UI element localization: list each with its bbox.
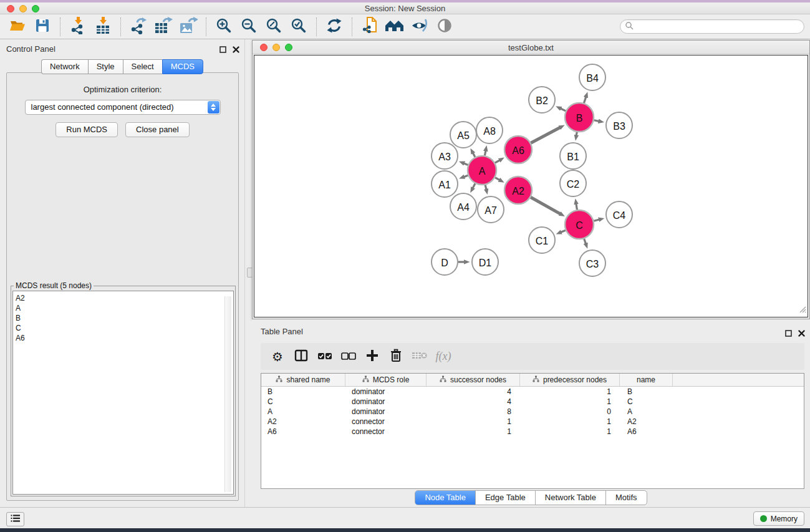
cell-name[interactable]: A (620, 407, 673, 417)
zoom-in-button[interactable] (211, 17, 236, 36)
cell-name[interactable]: B (620, 387, 673, 397)
graph-edge-A-A3[interactable] (463, 163, 468, 165)
run-mcds-button[interactable]: Run MCDS (55, 122, 118, 137)
tab-network-table[interactable]: Network Table (536, 491, 606, 505)
tab-style[interactable]: Style (88, 59, 123, 74)
cell-name[interactable]: C (620, 397, 673, 407)
graph-edge-A-A7[interactable] (485, 185, 486, 190)
cell-predecessor-nodes[interactable]: 1 (520, 387, 620, 397)
graph-edge-B-B3[interactable] (594, 120, 600, 122)
table-settings-button[interactable]: ⚙ (266, 346, 289, 367)
graph-node-A8[interactable]: A8 (476, 117, 503, 143)
graph-edge-C-C4[interactable] (594, 220, 600, 221)
cell-mcds-role[interactable]: connector (345, 417, 427, 427)
cell-name[interactable]: A2 (620, 417, 673, 427)
search-box[interactable] (620, 19, 804, 34)
cell-mcds-role[interactable]: dominator (345, 387, 427, 397)
select-all-button[interactable] (313, 346, 337, 367)
save-button[interactable] (30, 17, 55, 36)
column-header-mcds-role[interactable]: MCDS role (345, 374, 427, 386)
table-row[interactable]: C dominator 4 1 C (261, 397, 804, 407)
mcds-result-item[interactable]: A2 (16, 293, 233, 303)
cell-predecessor-nodes[interactable]: 1 (520, 417, 620, 427)
cell-mcds-role[interactable]: dominator (345, 397, 427, 407)
mcds-result-item[interactable]: A (16, 303, 233, 313)
graph-node-A7[interactable]: A7 (478, 196, 504, 223)
graph-node-C3[interactable]: C3 (579, 250, 605, 276)
cell-successor-nodes[interactable]: 4 (427, 397, 520, 407)
cell-name[interactable]: A6 (620, 427, 673, 437)
graph-edge-A-A4[interactable] (473, 183, 475, 188)
cell-predecessor-nodes[interactable]: 0 (520, 407, 620, 417)
export-table-button[interactable] (151, 17, 176, 36)
graph-edge-A-A1[interactable] (463, 175, 468, 177)
graph-edge-A-A5[interactable] (473, 152, 475, 157)
mcds-result-item[interactable]: B (16, 313, 233, 323)
column-header-name[interactable]: name (620, 374, 673, 386)
mcds-result-item[interactable]: C (16, 323, 233, 333)
table-row[interactable]: B dominator 4 1 B (261, 387, 804, 397)
table-row[interactable]: A6 connector 1 1 A6 (261, 427, 804, 437)
graph-node-B4[interactable]: B4 (579, 64, 605, 90)
graph-edge-B-B4[interactable] (584, 96, 586, 103)
graph-node-D1[interactable]: D1 (472, 249, 498, 275)
import-table-button[interactable] (90, 17, 115, 36)
graph-node-A4[interactable]: A4 (450, 193, 476, 220)
float-panel-icon[interactable] (219, 44, 226, 56)
network-canvas[interactable]: B4B2BB3A5A8A6B1A3AA1A2C2A4A7C4CC1DD1C3 (254, 55, 808, 317)
close-panel-button[interactable]: Close panel (125, 122, 190, 137)
cell-successor-nodes[interactable]: 4 (427, 387, 520, 397)
cell-successor-nodes[interactable]: 1 (427, 417, 520, 427)
task-history-button[interactable] (6, 512, 24, 526)
zoom-fit-button[interactable] (261, 17, 286, 36)
mcds-result-item[interactable]: A6 (16, 333, 233, 343)
tab-select[interactable]: Select (123, 59, 162, 74)
network-from-selection-button[interactable] (357, 17, 382, 36)
network-window-titlebar[interactable]: testGlobe.txt (253, 41, 809, 54)
tab-network[interactable]: Network (41, 59, 88, 74)
graph-edge-C-C2[interactable] (576, 203, 577, 210)
graph-edge-A-A6[interactable] (495, 160, 500, 163)
mcds-result-list[interactable]: A2 A B C A6 (12, 291, 234, 495)
graph-edge-A6-B[interactable] (531, 127, 561, 143)
tab-motifs[interactable]: Motifs (606, 491, 647, 505)
export-network-button[interactable] (126, 17, 151, 36)
cell-successor-nodes[interactable]: 8 (427, 407, 520, 417)
close-panel-icon[interactable] (233, 44, 239, 56)
cell-mcds-role[interactable]: connector (345, 427, 427, 437)
graph-node-B[interactable]: B (565, 103, 594, 132)
open-button[interactable] (5, 17, 30, 36)
graph-edge-B-B2[interactable] (560, 109, 566, 111)
graph-node-A[interactable]: A (468, 156, 496, 185)
graph-node-A3[interactable]: A3 (432, 143, 458, 169)
resize-grip-icon[interactable] (798, 304, 806, 316)
graph-edge-A-A2[interactable] (495, 178, 500, 180)
dropdown-stepper[interactable] (208, 101, 219, 114)
cell-predecessor-nodes[interactable]: 1 (520, 397, 620, 407)
hide-unselected-button[interactable] (407, 17, 432, 36)
zoom-out-button[interactable] (236, 17, 261, 36)
graph-node-B3[interactable]: B3 (606, 112, 632, 138)
layout-refresh-button[interactable] (322, 17, 347, 36)
table-row[interactable]: A2 connector 1 1 A2 (261, 417, 804, 427)
cell-shared-name[interactable]: A6 (261, 427, 345, 437)
cell-successor-nodes[interactable]: 1 (427, 427, 520, 437)
memory-button[interactable]: Memory (753, 511, 804, 526)
graphics-details-button[interactable] (432, 17, 457, 36)
cell-mcds-role[interactable]: dominator (345, 407, 427, 417)
tab-edge-table[interactable]: Edge Table (476, 491, 536, 505)
graph-node-A5[interactable]: A5 (450, 122, 476, 148)
delete-button[interactable] (384, 346, 408, 367)
close-table-panel-icon[interactable] (798, 328, 805, 339)
graph-node-C[interactable]: C (565, 210, 594, 239)
criterion-dropdown[interactable]: largest connected component (directed) (25, 100, 221, 115)
graph-node-D[interactable]: D (432, 249, 458, 275)
table-row[interactable]: A dominator 8 0 A (261, 407, 804, 417)
graph-edge-A2-C[interactable] (531, 197, 561, 214)
cell-shared-name[interactable]: A (261, 407, 345, 417)
zoom-selected-button[interactable] (286, 17, 311, 36)
column-header-predecessor-nodes[interactable]: predecessor nodes (520, 374, 620, 386)
column-view-button[interactable] (289, 346, 313, 367)
graph-edge-C-C3[interactable] (584, 239, 586, 244)
search-input[interactable] (636, 21, 804, 32)
